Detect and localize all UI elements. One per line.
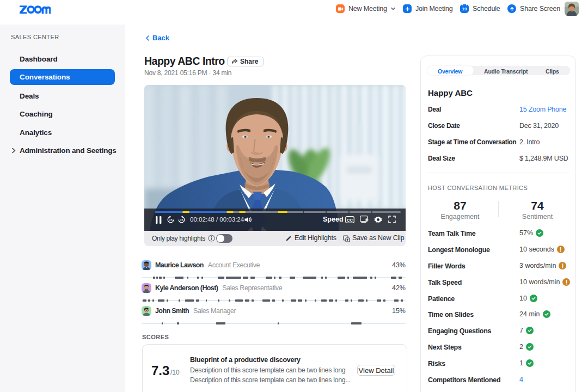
svg-text:CC: CC bbox=[347, 218, 353, 223]
svg-text:15: 15 bbox=[180, 218, 183, 222]
svg-text:15: 15 bbox=[169, 218, 173, 222]
